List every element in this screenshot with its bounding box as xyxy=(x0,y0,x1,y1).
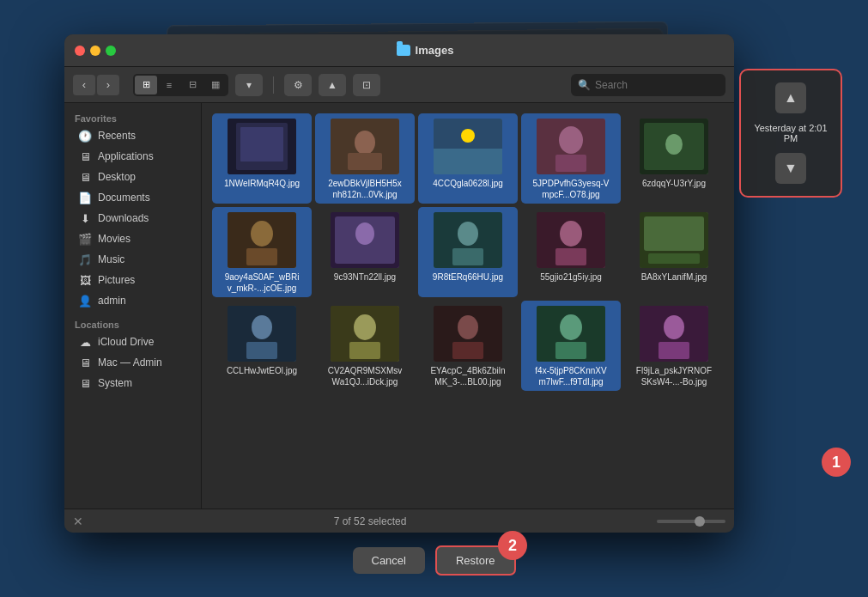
cancel-button[interactable]: Cancel xyxy=(353,547,425,574)
status-close-button[interactable]: ✕ xyxy=(73,515,83,528)
svg-rect-7 xyxy=(434,149,502,174)
sidebar-item-applications[interactable]: 🖥 Applications xyxy=(68,146,197,167)
file-name: 9R8tERq66HU.jpg xyxy=(433,271,503,283)
file-thumbnail xyxy=(434,306,502,362)
file-item[interactable]: Fl9jLa_pskJYRNOFSKsW4-...-Bo.jpg xyxy=(624,301,724,391)
sidebar-item-desktop[interactable]: 🖥 Desktop xyxy=(68,167,197,187)
svg-rect-11 xyxy=(555,155,586,172)
file-item[interactable]: BA8xYLanifM.jpg xyxy=(624,207,724,297)
zoom-slider[interactable] xyxy=(657,520,725,523)
file-item[interactable]: 55gjio21g5iy.jpg xyxy=(521,207,621,297)
sidebar-item-label-mac-admin: Mac — Admin xyxy=(98,356,162,369)
file-item[interactable]: 1NWeIRMqR4Q.jpg xyxy=(212,113,312,204)
svg-rect-26 xyxy=(555,248,586,265)
sidebar-item-label-desktop: Desktop xyxy=(98,171,136,183)
sidebar-item-recents[interactable]: 🕐 Recents xyxy=(68,125,197,146)
sidebar-item-pictures[interactable]: 🖼 Pictures xyxy=(68,270,197,290)
chevron-down-icon: ▼ xyxy=(784,161,798,176)
sidebar-item-label-icloud: iCloud Drive xyxy=(98,336,154,348)
file-thumbnail xyxy=(331,306,399,362)
svg-rect-41 xyxy=(555,342,586,359)
file-name: 1NWeIRMqR4Q.jpg xyxy=(224,178,300,189)
svg-rect-32 xyxy=(246,342,277,359)
file-item[interactable]: CCLHwJwtEOl.jpg xyxy=(212,301,312,391)
pictures-icon: 🖼 xyxy=(78,273,92,287)
file-item[interactable]: 2ewDBkVjlBH5H5xnh812n...0Vk.jpg xyxy=(315,113,415,204)
sidebar-item-admin[interactable]: 👤 admin xyxy=(68,290,197,311)
sidebar-item-label-admin: admin xyxy=(98,295,126,307)
file-item[interactable]: CV2AQR9MSXMsvWa1QJ...iDck.jpg xyxy=(315,301,415,391)
preview-button[interactable]: ⊡ xyxy=(353,74,380,96)
finder-window: Images ‹ › ⊞ ≡ ⊟ ▦ ▾ ⚙ ▲ ⊡ 🔍 Favorites xyxy=(64,34,734,533)
separator xyxy=(273,76,274,94)
view-gallery-button[interactable]: ▦ xyxy=(204,76,227,94)
forward-button[interactable]: › xyxy=(97,75,119,95)
tm-down-arrow[interactable]: ▼ xyxy=(775,153,806,184)
search-input[interactable] xyxy=(595,79,715,91)
back-button[interactable]: ‹ xyxy=(73,75,95,95)
file-item[interactable]: 9aoy4aS0AF_wBRiv_mkR-...jcOE.jpg xyxy=(212,207,312,297)
svg-point-25 xyxy=(560,221,582,247)
file-name: Fl9jLa_pskJYRNOFSKsW4-...-Bo.jpg xyxy=(635,365,713,387)
sidebar-item-movies[interactable]: 🎬 Movies xyxy=(68,228,197,249)
view-buttons: ⊞ ≡ ⊟ ▦ xyxy=(133,74,228,96)
view-column-button[interactable]: ⊟ xyxy=(181,76,203,94)
sidebar-item-label-downloads: Downloads xyxy=(98,212,149,224)
file-item[interactable]: 6zdqqY-U3rY.jpg xyxy=(624,113,724,204)
time-machine-panel: ▲ Yesterday at 2:01 PM ▼ xyxy=(739,69,842,198)
view-list-button[interactable]: ≡ xyxy=(158,76,180,94)
sidebar-item-icloud[interactable]: ☁ iCloud Drive xyxy=(68,332,197,352)
file-thumbnail xyxy=(228,212,296,268)
file-thumbnail xyxy=(640,212,708,268)
sidebar-item-label-applications: Applications xyxy=(98,150,154,162)
svg-rect-35 xyxy=(349,342,380,359)
toolbar: ‹ › ⊞ ≡ ⊟ ▦ ▾ ⚙ ▲ ⊡ 🔍 xyxy=(64,67,734,103)
sidebar-item-mac-admin[interactable]: 🖥 Mac — Admin xyxy=(68,352,197,373)
content-area: Favorites 🕐 Recents 🖥 Applications 🖥 Des… xyxy=(64,103,734,509)
sidebar-item-documents[interactable]: 📄 Documents xyxy=(68,187,197,208)
file-thumbnail xyxy=(228,306,296,362)
file-item[interactable]: f4x-5tjpP8CKnnXVm7lwF...f9Tdl.jpg xyxy=(521,301,621,391)
svg-point-20 xyxy=(355,222,374,245)
file-thumbnail xyxy=(228,119,296,174)
file-item[interactable]: EYAcpC_4Bk6ZbilnMK_3-...BL00.jpg xyxy=(418,301,518,391)
sidebar-item-downloads[interactable]: ⬇ Downloads xyxy=(68,208,197,228)
file-grid: 1NWeIRMqR4Q.jpg 2ewDBkVjlBH5H5xnh812n...… xyxy=(202,103,734,509)
svg-rect-5 xyxy=(348,153,382,170)
status-bar: ✕ 7 of 52 selected xyxy=(64,509,734,533)
view-icon-button[interactable]: ⊞ xyxy=(135,76,157,94)
file-item[interactable]: 4CCQgla0628l.jpg xyxy=(418,113,518,204)
slider-track xyxy=(657,520,725,523)
step-2-badge: 2 xyxy=(498,531,527,560)
folder-icon xyxy=(397,45,410,56)
svg-point-10 xyxy=(559,126,583,154)
close-button[interactable] xyxy=(75,46,85,56)
file-thumbnail xyxy=(640,306,708,362)
file-thumbnail xyxy=(331,119,399,174)
file-name: EYAcpC_4Bk6ZbilnMK_3-...BL00.jpg xyxy=(429,365,507,387)
sidebar-item-system[interactable]: 🖥 System xyxy=(68,373,197,393)
maximize-button[interactable] xyxy=(106,46,116,56)
svg-point-43 xyxy=(664,315,684,339)
svg-rect-29 xyxy=(648,253,700,264)
file-name: BA8xYLanifM.jpg xyxy=(641,271,707,283)
file-name: CV2AQR9MSXMsvWa1QJ...iDck.jpg xyxy=(326,365,404,387)
share-button[interactable]: ▲ xyxy=(319,74,346,96)
documents-icon: 📄 xyxy=(78,191,92,204)
window-title: Images xyxy=(126,44,724,57)
file-item[interactable]: 9c93NTn22ll.jpg xyxy=(315,207,415,297)
tm-up-arrow[interactable]: ▲ xyxy=(775,82,806,113)
sidebar-item-music[interactable]: 🎵 Music xyxy=(68,249,197,270)
file-thumbnail xyxy=(434,119,502,174)
search-box[interactable]: 🔍 xyxy=(571,74,725,96)
action-bar: Cancel Restore 2 xyxy=(0,545,868,576)
mac-admin-icon: 🖥 xyxy=(78,356,92,369)
system-icon: 🖥 xyxy=(78,376,92,390)
view-options-button[interactable]: ▾ xyxy=(235,74,263,96)
minimize-button[interactable] xyxy=(90,46,100,56)
file-name: 9aoy4aS0AF_wBRiv_mkR-...jcOE.jpg xyxy=(223,271,300,294)
file-item[interactable]: 9R8tERq66HU.jpg xyxy=(418,207,518,297)
file-item[interactable]: 5JPDPvfhG3yesq-VmpcF...O78.jpg xyxy=(521,113,621,204)
gear-button[interactable]: ⚙ xyxy=(284,74,312,96)
sidebar-item-label-movies: Movies xyxy=(98,233,131,245)
